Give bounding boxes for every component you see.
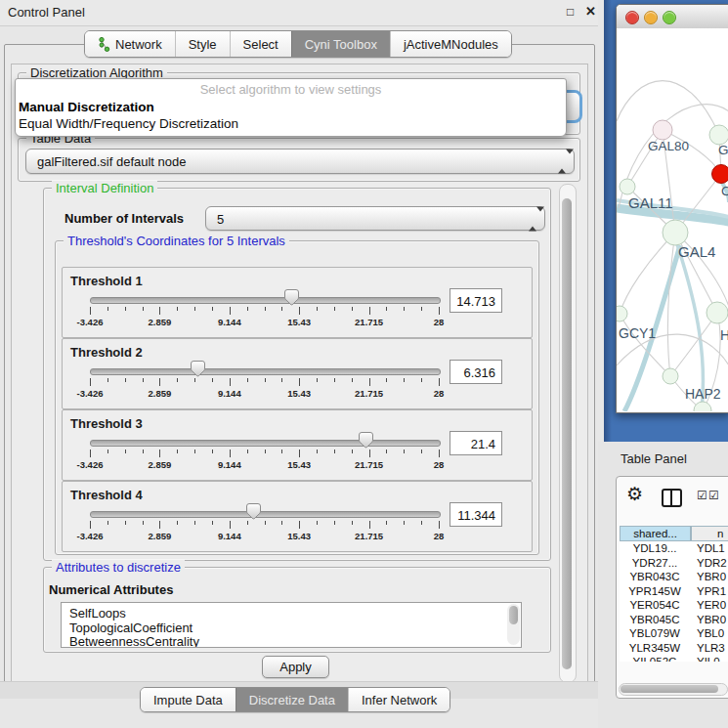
tab-infer-network[interactable]: Infer Network (348, 688, 450, 711)
slider-track[interactable] (90, 440, 441, 447)
slider-track[interactable] (90, 368, 441, 375)
node-gal11[interactable] (620, 179, 635, 194)
close-icon[interactable]: ✕ (585, 4, 596, 19)
network-window-titlebar[interactable] (617, 5, 728, 29)
cell-shared-name: YBR045C (620, 613, 690, 627)
threshold-label: Threshold 2 (70, 345, 143, 360)
node-partial-h[interactable] (707, 302, 728, 323)
node-bottom[interactable] (694, 402, 711, 411)
table-row[interactable]: YBL079WYBL0 (620, 626, 728, 641)
threshold-label: Threshold 1 (70, 274, 143, 288)
checkbox-icon[interactable]: ☑ (708, 489, 719, 502)
cell-shared-name: YDL19... (620, 541, 690, 556)
node-gcy1[interactable] (617, 306, 627, 321)
table-row[interactable]: YER054CYER0 (620, 598, 728, 613)
slider-track[interactable] (90, 297, 441, 304)
table-hscrollbar[interactable] (619, 683, 728, 696)
attribute-list-item[interactable]: TopologicalCoefficient (69, 621, 193, 635)
node-label-gal11: GAL11 (628, 194, 673, 211)
thresholds-group-title: Threshold's Coordinates for 5 Intervals (64, 234, 289, 248)
algorithm-dropdown-popup: Select algorithm to view settings Manual… (15, 78, 567, 137)
cell-name: YDR2 (697, 556, 727, 571)
algorithm-placeholder: Select algorithm to view settings (16, 82, 566, 97)
content-scrollbar-thumb[interactable] (562, 198, 572, 669)
window-minimize-icon[interactable] (644, 11, 658, 24)
attributes-scrollbar[interactable] (507, 604, 520, 645)
tab-impute-data[interactable]: Impute Data (141, 688, 236, 711)
table-row[interactable]: YIL052CYIL0 (620, 655, 728, 662)
attributes-group-title: Attributes to discretize (52, 560, 185, 575)
cell-shared-name: YIL052C (620, 655, 690, 662)
threshold-panel-2: Threshold 2-3.4262.8599.14415.4321.71528… (62, 338, 533, 409)
node-partial-top[interactable] (709, 125, 728, 145)
tab-style[interactable]: Style (175, 31, 230, 57)
tab-jactivemnodules[interactable]: jActiveMNodules (390, 31, 511, 57)
content-scrollbar[interactable] (559, 184, 577, 683)
threshold-value-field[interactable]: 6.316 (450, 360, 502, 384)
network-window: GAL80 G C GAL11 GAL4 GCY1 H HAP2 (616, 4, 728, 413)
checkbox-icon[interactable]: ☑ (697, 489, 707, 502)
column-header-shared-name[interactable]: shared... (620, 526, 691, 541)
cell-name: YIL0 (697, 655, 720, 662)
attribute-list-item[interactable]: BetweennessCentrality (69, 634, 199, 648)
menu-item-manual-discretization[interactable]: Manual Discretization (19, 100, 154, 114)
slider-track[interactable] (90, 511, 441, 518)
tab-select[interactable]: Select (230, 31, 291, 57)
numerical-attributes-list[interactable]: SelfLoopsTopologicalCoefficientBetweenne… (61, 602, 522, 648)
number-of-intervals-value: 5 (217, 211, 224, 226)
thresholds-group: Threshold's Coordinates for 5 Intervals … (55, 240, 539, 555)
slider-thumb[interactable] (284, 289, 299, 306)
slider-tick-labels: -3.4262.8599.14415.4321.71528 (90, 388, 439, 400)
cell-name: YPR1 (697, 584, 726, 599)
node-red-selected[interactable] (712, 165, 728, 184)
window-close-icon[interactable] (625, 11, 639, 24)
node-label-gal80: GAL80 (648, 139, 689, 153)
slider-thumb[interactable] (359, 432, 373, 449)
cell-shared-name: YPR145W (620, 584, 690, 599)
table-row[interactable]: YBR043CYBR0 (620, 570, 728, 584)
node-hap2[interactable] (663, 368, 678, 384)
edge (675, 238, 704, 410)
table-row[interactable]: YDR27...YDR2 (620, 556, 728, 571)
table-panel: ⚙ ☑ ☑ shared... n YDL19...YDL1YDR27...YD… (616, 476, 728, 699)
cell-name: YBR0 (697, 613, 726, 627)
slider-tick-labels: -3.4262.8599.14415.4321.71528 (90, 459, 439, 471)
table-row[interactable]: YBR045CYBR0 (620, 613, 728, 627)
table-row[interactable]: YLR345WYLR3 (620, 641, 728, 656)
tab-label: jActiveMNodules (404, 37, 498, 52)
table-panel-region: Table Panel ⚙ ☑ ☑ shared... n YDL19...YD… (598, 442, 728, 728)
column-header-name[interactable]: n (691, 526, 728, 541)
node-gal80[interactable] (653, 120, 672, 140)
threshold-panel-4: Threshold 4-3.4262.8599.14415.4321.71528… (62, 481, 533, 552)
slider-thumb[interactable] (191, 361, 205, 377)
table-hscrollbar-thumb[interactable] (621, 685, 718, 693)
table-row[interactable]: YDL19...YDL1 (620, 541, 728, 556)
combo-arrows-icon (558, 154, 566, 169)
threshold-label: Threshold 4 (70, 488, 143, 502)
table-data-combobox[interactable]: galFiltered.sif default node (25, 149, 575, 174)
threshold-value-field[interactable]: 14.713 (450, 288, 502, 313)
network-canvas[interactable]: GAL80 G C GAL11 GAL4 GCY1 H HAP2 (617, 28, 728, 411)
tab-cyni-toolbox[interactable]: Cyni Toolbox (291, 31, 390, 57)
attribute-list-item[interactable]: SelfLoops (69, 606, 126, 621)
table-row[interactable]: YPR145WYPR1 (620, 584, 728, 599)
columns-icon[interactable] (662, 489, 682, 507)
cell-shared-name: YBR043C (620, 570, 690, 584)
apply-button[interactable]: Apply (262, 656, 329, 678)
threshold-panel-3: Threshold 3-3.4262.8599.14415.4321.71528… (62, 409, 533, 481)
cell-name: YDL1 (697, 541, 725, 556)
gear-icon[interactable]: ⚙ (626, 485, 643, 503)
tab-network[interactable]: Network (85, 31, 175, 57)
number-of-intervals-combobox[interactable]: 5 (205, 206, 545, 231)
slider-ticks (90, 450, 439, 458)
menu-item-equal-width-frequency[interactable]: Equal Width/Frequency Discretization (19, 116, 238, 131)
tab-discretize-data[interactable]: Discretize Data (236, 688, 348, 711)
threshold-value-field[interactable]: 11.344 (450, 502, 502, 527)
attributes-scrollbar-thumb[interactable] (509, 606, 518, 624)
node-gal4[interactable] (663, 220, 688, 245)
float-window-icon[interactable]: □ (567, 5, 574, 19)
slider-ticks (90, 378, 439, 387)
window-zoom-icon[interactable] (663, 11, 676, 24)
threshold-value-field[interactable]: 21.4 (450, 431, 502, 455)
slider-thumb[interactable] (246, 503, 261, 520)
